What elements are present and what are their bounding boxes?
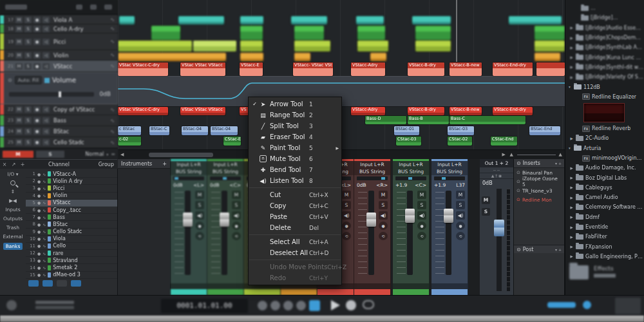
audio-clip[interactable]: [356, 16, 384, 24]
track-size-mode[interactable]: Normal: [67, 151, 104, 157]
post-menu-icons[interactable]: ▾ +: [555, 247, 562, 252]
strip-output-bus[interactable]: BUS String: [393, 168, 429, 175]
browser-item[interactable]: ▾ Arturia: [565, 144, 644, 153]
record-arm-button[interactable]: ●: [33, 26, 41, 32]
record-arm-button[interactable]: ●: [379, 222, 388, 230]
mute-button[interactable]: M: [15, 17, 23, 23]
gain-value[interactable]: 0dB: [173, 182, 183, 188]
updown-icon[interactable]: ⇕: [11, 189, 15, 194]
audio-clip[interactable]: [412, 16, 451, 24]
toolbar-icon[interactable]: [76, 5, 82, 10]
expand-arrow-icon[interactable]: ▶: [569, 166, 574, 170]
global-mute-button[interactable]: M: [3, 151, 33, 158]
strip-output-bus[interactable]: BUS String: [207, 168, 243, 175]
menu-item-edit[interactable]: Delete Del: [249, 222, 341, 233]
add-icon[interactable]: +: [18, 162, 27, 167]
pan-value[interactable]: <R>: [376, 182, 388, 188]
audio-clip[interactable]: [535, 26, 565, 40]
channel-strip[interactable]: Input L+R BUS String 0dB <R> M S ◀): [354, 159, 391, 295]
browser-item[interactable]: ▶ Celemony Software GmbH: [565, 202, 644, 212]
record-arm-button[interactable]: ●: [456, 222, 465, 230]
audio-clip[interactable]: [357, 26, 385, 40]
menu-item-tool[interactable]: ▰ Eraser Tool 4: [249, 131, 341, 142]
channel-list-row[interactable]: 14 ● ∿ Smetak 2: [26, 264, 117, 271]
nav-trash[interactable]: Trash: [6, 225, 19, 231]
activate-icon[interactable]: ●: [37, 236, 41, 241]
audio-clip[interactable]: VStacc- VStac VSt: [293, 62, 333, 76]
post-section-header[interactable]: ⊙ Post ▾ +: [514, 245, 564, 253]
audio-clip[interactable]: [193, 41, 236, 52]
input-monitor-icon[interactable]: ⟲: [195, 232, 204, 240]
activate-icon[interactable]: ●: [37, 193, 41, 198]
monitor-button[interactable]: ◁: [43, 117, 50, 124]
fader-track[interactable]: [368, 191, 374, 275]
audio-clip[interactable]: [415, 26, 451, 40]
plugin-power-icon[interactable]: ⊙: [516, 188, 520, 193]
audio-clip[interactable]: Bass-C: [450, 116, 526, 124]
add-instrument-icon[interactable]: +: [162, 161, 167, 167]
solo-button[interactable]: S: [379, 201, 388, 209]
expand-arrow-icon[interactable]: ▶: [569, 185, 574, 189]
master-output[interactable]: Out 1 + 2: [480, 159, 513, 167]
pan-value[interactable]: L37: [456, 182, 465, 188]
audio-clip[interactable]: BStac-01: [394, 126, 419, 135]
link-icon[interactable]: ↗: [9, 162, 18, 167]
channel-list-row[interactable]: 6 ● ∿ Copy_.tacc: [26, 207, 117, 214]
browser-item[interactable]: ▶ Audio Damage, Inc.: [565, 163, 644, 173]
solo-button[interactable]: S: [24, 106, 32, 113]
audio-clip[interactable]: [294, 26, 324, 40]
audio-clip[interactable]: BStac-03: [448, 126, 474, 135]
mute-button[interactable]: M: [15, 26, 23, 32]
browser-item[interactable]: ▾ 112dB: [565, 82, 644, 91]
record-arm-button[interactable]: ●: [33, 63, 41, 70]
solo-button[interactable]: S: [24, 139, 32, 146]
menu-item-edit[interactable]: Cut Ctrl+X: [249, 189, 341, 200]
audio-clip[interactable]: [509, 16, 562, 24]
browser-item[interactable]: ▶ 2C-Audio: [565, 133, 644, 143]
expand-arrow-icon[interactable]: ▶: [569, 235, 574, 239]
activate-icon[interactable]: ●: [37, 179, 41, 184]
track-header[interactable]: 22 M S ● ◁ Copy of VStacc ∿: [0, 104, 118, 115]
tempo-display[interactable]: [547, 302, 576, 308]
collapse-icon[interactable]: ▶◀: [9, 198, 17, 204]
channel-list-row[interactable]: 15 ● ∿ dMae-od 3: [26, 272, 117, 279]
browser-item[interactable]: FX Redline Reverb: [565, 124, 644, 133]
expand-arrow-icon[interactable]: ▶: [569, 196, 574, 200]
expand-arrow-icon[interactable]: ▶: [569, 225, 574, 229]
audio-clip[interactable]: BStac-End: [529, 126, 560, 135]
automation-value-slider[interactable]: [9, 92, 94, 97]
metronome-button[interactable]: [583, 301, 591, 309]
input-monitor-icon[interactable]: ⟲: [417, 232, 426, 240]
audio-clip[interactable]: CStac-End: [491, 137, 517, 146]
pan-slider[interactable]: [357, 176, 388, 180]
track-header[interactable]: 24 M S ● ◁ BStac ∿: [0, 126, 118, 137]
menu-item-edit[interactable]: Copy Ctrl+C: [249, 200, 341, 211]
audio-clip[interactable]: [240, 16, 263, 24]
browser-item[interactable]: ▶ Gallo Engineering, PLLC: [565, 252, 644, 261]
audio-clip[interactable]: BStac-04: [182, 126, 208, 135]
expand-arrow-icon[interactable]: ▶: [569, 137, 574, 140]
strip-input[interactable]: Input L+R: [393, 161, 429, 168]
audio-clip[interactable]: CStac-03: [396, 137, 421, 146]
audio-clip[interactable]: Bass-D: [365, 116, 406, 124]
master-fader-cap[interactable]: [494, 220, 504, 236]
channel-list-row[interactable]: 11 ● ∿ Cello: [26, 243, 117, 250]
solo-button[interactable]: S: [232, 201, 241, 209]
browser-item[interactable]: ▶ [jBridge]Synthl-dit www.sy: [565, 62, 644, 72]
channel-list-row[interactable]: 5 ● ∿ VStacc: [26, 200, 117, 207]
power-icon[interactable]: ⊙: [516, 247, 521, 252]
menu-item-tool[interactable]: n Mute Tool 6: [249, 153, 341, 164]
pan-value[interactable]: <L>: [193, 182, 204, 188]
browser-item[interactable]: ▶ Cableguys: [565, 183, 644, 193]
menu-item-tool[interactable]: ◀) Listen Tool 8: [249, 175, 341, 186]
channel-strip[interactable]: Input L+R BUS String +1.9 <C> M S ◀): [393, 159, 430, 295]
audio-clip[interactable]: Bass-B: [408, 116, 449, 124]
channel-list-row[interactable]: 10 ● ∿ Viola: [26, 236, 117, 243]
plugin-power-icon[interactable]: ⊙: [516, 179, 520, 184]
mute-button[interactable]: M: [15, 39, 23, 45]
record-arm-button[interactable]: ●: [33, 17, 41, 23]
expand-arrow-icon[interactable]: ▶: [569, 26, 574, 30]
solo-button[interactable]: S: [24, 17, 32, 23]
record-arm-button[interactable]: ●: [417, 222, 426, 230]
mute-button[interactable]: M: [379, 191, 388, 199]
